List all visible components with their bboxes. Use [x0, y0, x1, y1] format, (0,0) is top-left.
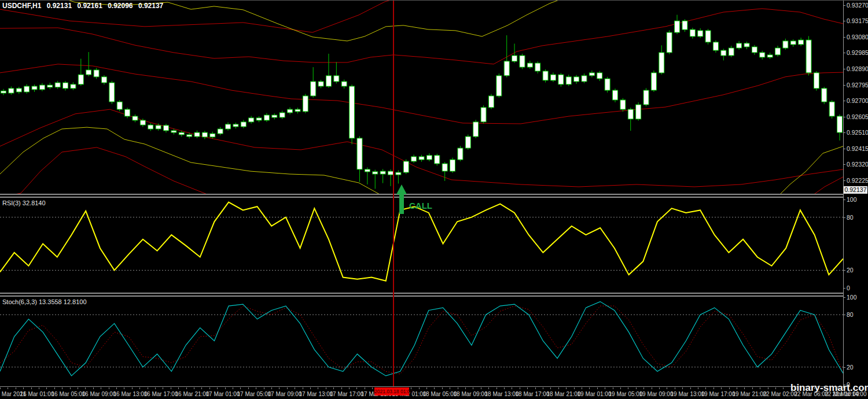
rsi-indicator-chart[interactable] [0, 198, 843, 293]
ohlc-open: 0.92131 [47, 2, 72, 10]
price-scale-label: 0.92510 [847, 129, 868, 136]
crosshair-time-badge: 2021.03.18 01:00 [374, 387, 409, 396]
price-scale-label: 0.92890 [847, 65, 868, 72]
time-axis-ticks [0, 387, 868, 389]
price-scale-label: 0.92795 [847, 82, 868, 88]
price-scale-label: 0.92700 [847, 97, 868, 104]
rsi-label: RSI(3) 32.8140 [2, 200, 46, 206]
current-price-badge: 0.92137 [844, 186, 867, 194]
time-axis[interactable]: 15 Mar 202116 Mar 01:0016 Mar 05:0016 Ma… [0, 386, 868, 399]
rsi-scale-label: 100 [847, 196, 857, 203]
price-scale-label: 0.93175 [847, 17, 868, 24]
stoch-scale-label: 20 [847, 364, 854, 371]
price-scale[interactable]: 0.932700.931750.930800.929850.928900.927… [843, 1, 868, 388]
price-scale-label: 0.92415 [847, 145, 868, 152]
candlestick-chart[interactable] [0, 1, 843, 194]
panel-separator[interactable] [0, 293, 868, 297]
mt4-chart-window: USDCHF,H1 0.92131 0.92161 0.92096 0.9213… [0, 0, 868, 399]
stoch-scale-label: 80 [847, 311, 854, 318]
price-scale-label: 0.93270 [847, 2, 868, 9]
symbol-period-label: USDCHF,H1 [2, 2, 41, 10]
rsi-scale-label: 20 [847, 267, 854, 274]
main-price-panel[interactable] [0, 1, 843, 194]
stoch-scale-label: 100 [847, 294, 857, 301]
stochastic-label: Stoch(6,3,3) 13.3558 12.8100 [2, 298, 87, 305]
price-scale-label: 0.92225 [847, 177, 868, 184]
rsi-scale-label: 80 [847, 214, 854, 221]
watermark: binary-smart.com [790, 382, 868, 394]
ohlc-close: 0.92137 [138, 2, 163, 10]
ohlc-low: 0.92096 [108, 2, 133, 10]
price-scale-label: 0.92985 [847, 49, 868, 56]
chart-title: USDCHF,H1 0.92131 0.92161 0.92096 0.9213… [2, 2, 167, 10]
call-up-arrow-icon[interactable] [393, 182, 409, 216]
ohlc-high: 0.92161 [77, 2, 102, 10]
rsi-scale-label: 0 [847, 285, 850, 291]
price-scale-label: 0.92605 [847, 113, 868, 120]
stochastic-indicator-chart[interactable] [0, 297, 843, 386]
rsi-panel[interactable] [0, 198, 843, 293]
panel-separator[interactable] [0, 194, 868, 198]
stochastic-panel[interactable] [0, 297, 843, 386]
price-scale-label: 0.93080 [847, 34, 868, 40]
price-scale-label: 0.92320 [847, 161, 868, 168]
call-signal-label: CALL [409, 201, 432, 210]
